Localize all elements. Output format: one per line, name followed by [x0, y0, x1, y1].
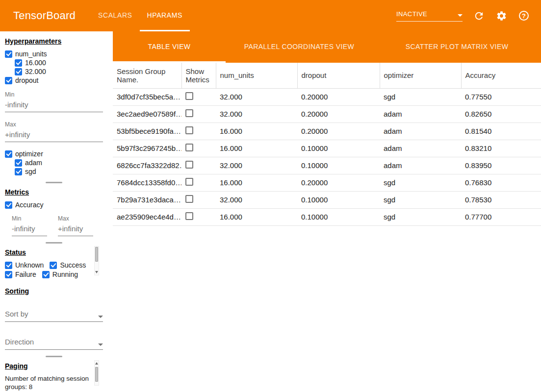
tab-scalars[interactable]: SCALARS	[91, 0, 140, 31]
section-resize-handle[interactable]	[46, 182, 62, 183]
checkbox-checked-icon	[5, 77, 12, 84]
checkbox-status-success[interactable]: Success	[50, 261, 86, 270]
refresh-button[interactable]	[472, 9, 485, 22]
cell-dropout: 0.10000	[297, 140, 380, 157]
checkbox-status-unknown[interactable]: Unknown	[5, 261, 44, 270]
metric-max-input[interactable]	[58, 223, 93, 236]
toolbar-actions: INACTIVE ?	[396, 0, 541, 31]
show-metrics-checkbox[interactable]	[185, 144, 193, 151]
checkbox-label: Success	[60, 261, 86, 269]
cell-optimizer: sgd	[380, 208, 461, 225]
help-button[interactable]: ?	[517, 9, 530, 22]
tab-scatter-plot-matrix-view[interactable]: SCATTER PLOT MATRIX VIEW	[373, 31, 541, 63]
dropout-min-input[interactable]	[5, 99, 103, 112]
gear-icon	[496, 10, 507, 22]
settings-button[interactable]	[495, 9, 508, 22]
cell-accuracy: 0.82650	[461, 105, 541, 122]
scrollbar-thumb[interactable]	[95, 247, 98, 262]
min-label: Min	[12, 215, 47, 222]
paging-scrollbar[interactable]	[94, 360, 99, 386]
checkbox-checked-icon	[15, 159, 22, 167]
column-header-num-units[interactable]: num_units	[216, 63, 297, 88]
triangle-up-icon	[95, 362, 98, 365]
sort-by-select[interactable]: Sort by	[5, 310, 103, 322]
checkbox-label: optimizer	[15, 150, 43, 158]
table-row[interactable]: ae235909ec4e4d… 16.000 0.10000 sgd 0.777…	[113, 208, 541, 225]
checkbox-label: adam	[25, 159, 42, 167]
sorting-heading: Sorting	[5, 287, 103, 295]
metric-min-input[interactable]	[12, 223, 47, 236]
column-header-accuracy[interactable]: Accuracy	[461, 63, 541, 88]
show-metrics-checkbox[interactable]	[185, 178, 193, 186]
table-row[interactable]: 7b29a731e3daca… 32.000 0.10000 sgd 0.785…	[113, 191, 541, 208]
checkbox-status-failure[interactable]: Failure	[5, 270, 36, 279]
hyperparameters-section: Hyperparameters num_units 16.000 32.000 …	[5, 37, 103, 176]
checkbox-optimizer-sgd[interactable]: sgd	[15, 167, 103, 176]
max-label: Max	[5, 121, 103, 128]
show-metrics-checkbox[interactable]	[185, 126, 193, 134]
column-header-optimizer[interactable]: optimizer	[380, 63, 461, 88]
checkbox-checked-icon	[5, 50, 12, 58]
reload-interval-value: INACTIVE	[396, 10, 427, 18]
metrics-section: Metrics Accuracy Min Max	[5, 188, 103, 236]
cell-accuracy: 0.81540	[461, 122, 541, 140]
checkbox-optimizer[interactable]: optimizer	[5, 149, 103, 158]
show-metrics-checkbox[interactable]	[185, 109, 193, 117]
tab-hparams[interactable]: HPARAMS	[140, 0, 190, 31]
show-metrics-checkbox[interactable]	[185, 212, 193, 220]
section-resize-handle[interactable]	[46, 242, 62, 244]
column-header-dropout[interactable]: dropout	[297, 63, 380, 88]
cell-dropout: 0.20000	[297, 105, 380, 122]
scroll-down-button[interactable]	[95, 270, 99, 275]
checkbox-status-running[interactable]: Running	[42, 270, 78, 279]
checkbox-checked-icon	[15, 168, 22, 175]
cell-accuracy: 0.77550	[461, 88, 541, 105]
cell-optimizer: sgd	[380, 191, 461, 208]
table-row[interactable]: 6826cc7fa3322d82… 32.000 0.10000 adam 0.…	[113, 157, 541, 174]
show-metrics-checkbox[interactable]	[185, 195, 193, 203]
matching-groups-count: Number of matching session groups: 8	[5, 374, 93, 391]
table-row[interactable]: 3ec2aed9e07589f… 32.000 0.20000 adam 0.8…	[113, 105, 541, 122]
show-metrics-checkbox[interactable]	[185, 92, 193, 100]
scroll-up-button[interactable]	[95, 361, 99, 366]
checkbox-dropout[interactable]: dropout	[5, 76, 103, 85]
tab-parallel-coordinates-view[interactable]: PARALLEL COORDINATES VIEW	[226, 31, 373, 63]
column-header-session-group-name[interactable]: Session Group Name.	[113, 63, 181, 88]
checkbox-num-units-32[interactable]: 32.000	[15, 67, 103, 76]
table-row[interactable]: 3df0d7cf35bec5a… 32.000 0.20000 sgd 0.77…	[113, 88, 541, 105]
dropout-max-input[interactable]	[5, 129, 103, 142]
cell-accuracy: 0.83950	[461, 157, 541, 174]
sorting-section: Sorting Sort by Direction	[5, 287, 103, 350]
column-header-show-metrics[interactable]: Show Metrics	[181, 63, 216, 88]
tab-table-view[interactable]: TABLE VIEW	[113, 31, 226, 63]
show-metrics-checkbox[interactable]	[185, 161, 193, 169]
max-label: Max	[58, 215, 93, 222]
app-title: TensorBoard	[0, 0, 91, 31]
reload-interval-select[interactable]: INACTIVE	[396, 10, 463, 22]
table-row[interactable]: 53bf5bece9190fa… 16.000 0.20000 adam 0.8…	[113, 122, 541, 140]
table-row[interactable]: 5b97f3c2967245b… 16.000 0.10000 adam 0.8…	[113, 140, 541, 157]
scrollbar-thumb[interactable]	[95, 367, 98, 382]
cell-dropout: 0.20000	[297, 88, 380, 105]
table-row[interactable]: 7684dcc13358fd0… 16.000 0.20000 sgd 0.76…	[113, 174, 541, 191]
session-groups-table: Session Group Name. Show Metrics num_uni…	[113, 63, 541, 226]
checkbox-checked-icon	[5, 201, 12, 209]
chevron-down-icon	[98, 343, 103, 346]
cell-num-units: 16.000	[216, 208, 297, 225]
status-scrollbar[interactable]	[94, 246, 99, 275]
chevron-down-icon	[98, 316, 103, 318]
cell-num-units: 16.000	[216, 174, 297, 191]
direction-select[interactable]: Direction	[5, 338, 103, 350]
cell-dropout: 0.10000	[297, 208, 380, 225]
checkbox-checked-icon	[5, 271, 12, 278]
checkbox-accuracy[interactable]: Accuracy	[5, 200, 103, 209]
section-resize-handle[interactable]	[46, 356, 62, 357]
paging-section: Paging Number of matching session groups…	[5, 362, 103, 391]
checkbox-num-units[interactable]: num_units	[5, 49, 103, 58]
main-pane: TABLE VIEW PARALLEL COORDINATES VIEW SCA…	[113, 31, 541, 392]
checkbox-checked-icon	[50, 262, 57, 269]
metrics-heading: Metrics	[5, 188, 103, 196]
checkbox-optimizer-adam[interactable]: adam	[15, 158, 103, 167]
checkbox-checked-icon	[5, 262, 12, 269]
checkbox-num-units-16[interactable]: 16.000	[15, 58, 103, 67]
